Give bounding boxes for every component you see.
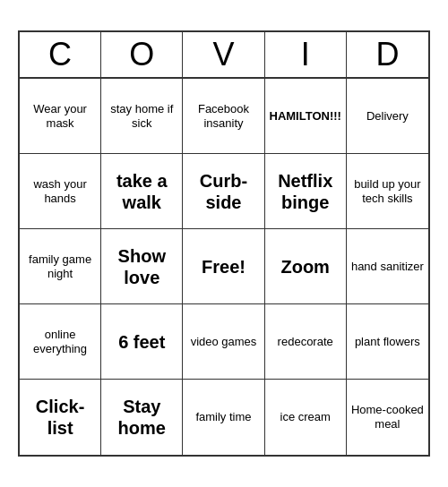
header-row: COVID <box>20 32 428 79</box>
header-letter: D <box>347 32 428 77</box>
bingo-cell: Netflix binge <box>265 154 347 229</box>
bingo-cell: take a walk <box>101 154 183 229</box>
bingo-cell: online everything <box>20 304 101 380</box>
bingo-cell: Home-cooked meal <box>347 380 428 455</box>
bingo-cell: redecorate <box>265 304 347 380</box>
bingo-cell: family game night <box>20 229 101 304</box>
header-letter: V <box>183 32 264 77</box>
bingo-cell: Free! <box>183 229 264 304</box>
bingo-cell: Click-list <box>20 380 101 455</box>
bingo-cell: Wear your mask <box>20 79 101 154</box>
bingo-cell: Curb-side <box>183 154 264 229</box>
bingo-grid: Wear your maskstay home if sickFacebook … <box>20 79 428 455</box>
header-letter: I <box>265 32 347 77</box>
bingo-cell: Show love <box>101 229 183 304</box>
bingo-cell: wash your hands <box>20 154 101 229</box>
bingo-cell: video games <box>183 304 264 380</box>
bingo-cell: 6 feet <box>101 304 183 380</box>
bingo-cell: family time <box>183 380 264 455</box>
bingo-cell: build up your tech skills <box>347 154 428 229</box>
header-letter: O <box>101 32 183 77</box>
bingo-cell: plant flowers <box>347 304 428 380</box>
bingo-cell: HAMILTON!!! <box>265 79 347 154</box>
bingo-cell: Facebook insanity <box>183 79 264 154</box>
bingo-card: COVID Wear your maskstay home if sickFac… <box>18 30 430 457</box>
bingo-cell: Stay home <box>101 380 183 455</box>
bingo-cell: ice cream <box>265 380 347 455</box>
bingo-cell: stay home if sick <box>101 79 183 154</box>
bingo-cell: Delivery <box>347 79 428 154</box>
bingo-cell: Zoom <box>265 229 347 304</box>
bingo-cell: hand sanitizer <box>347 229 428 304</box>
header-letter: C <box>20 32 101 77</box>
